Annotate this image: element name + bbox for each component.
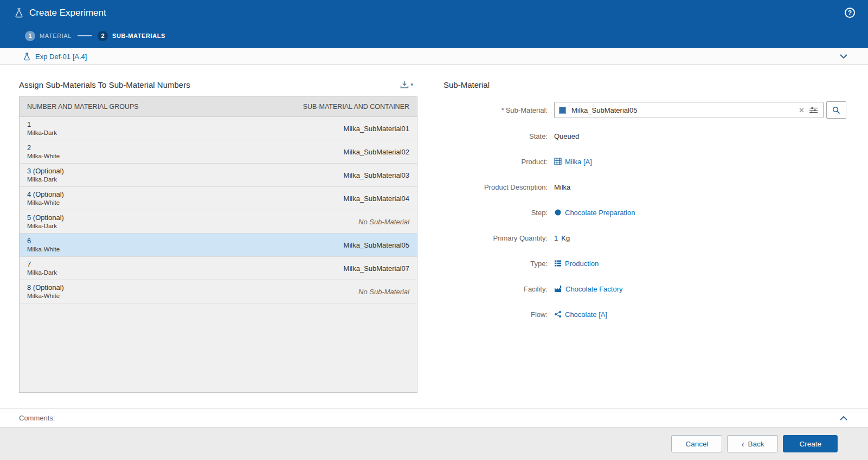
row-number: 8 (Optional): [27, 283, 64, 292]
step-number: 1: [25, 31, 35, 41]
row-number-group: 5 (Optional) Milka-Dark: [27, 213, 64, 230]
footer-toolbar: Cancel ‹ Back Create: [0, 427, 868, 460]
material-icon: [559, 107, 566, 114]
detail-panel-title: Sub-Material: [443, 80, 846, 89]
table-row[interactable]: 5 (Optional) Milka-Dark No Sub-Material: [20, 210, 417, 234]
field-type: Type: Production: [443, 255, 846, 271]
page-title: Create Experiment: [29, 8, 106, 18]
row-number: 3 (Optional): [27, 167, 64, 176]
field-step: Step: Chocolate Preparation: [443, 204, 846, 221]
assignment-panel-title: Assign Sub-Materials To Sub-Material Num…: [19, 80, 190, 89]
field-state: State: Queued: [443, 128, 846, 144]
export-button[interactable]: ▾: [400, 81, 417, 89]
search-icon: [832, 106, 840, 114]
wizard-steps: 1 MATERIAL 2 SUB-MATERIALS: [0, 25, 868, 46]
table-header: NUMBER AND MATERIAL GROUPS SUB-MATERIAL …: [20, 97, 417, 117]
field-primary-quantity: Primary Quantity: 1 Kg: [443, 230, 846, 246]
row-material-group: Milka-White: [27, 245, 60, 254]
row-sub-material: Milka_SubMaterial07: [344, 264, 409, 273]
row-number: 1: [27, 120, 57, 129]
field-flow: Flow: Chocolate [A]: [443, 306, 846, 322]
column-header-sub-material: SUB-MATERIAL AND CONTAINER: [303, 103, 409, 111]
flow-link-text: Chocolate [A]: [565, 310, 607, 319]
field-label: Flow:: [443, 310, 548, 319]
product-icon: [554, 158, 562, 165]
table-row[interactable]: 3 (Optional) Milka-Dark Milka_SubMateria…: [20, 164, 417, 187]
table-row[interactable]: 1 Milka-Dark Milka_SubMaterial01: [20, 117, 417, 140]
field-label: State:: [443, 132, 548, 140]
step-label: MATERIAL: [40, 33, 72, 39]
primary-quantity-value: 1 Kg: [554, 234, 570, 242]
download-icon: [400, 81, 409, 89]
row-number-group: 2 Milka-White: [27, 144, 60, 160]
comments-section: Comments:: [0, 409, 868, 427]
type-link[interactable]: Production: [554, 260, 599, 268]
row-number-group: 7 Milka-Dark: [27, 260, 57, 277]
sub-material-table: NUMBER AND MATERIAL GROUPS SUB-MATERIAL …: [19, 96, 417, 393]
table-row[interactable]: 7 Milka-Dark Milka_SubMaterial07: [20, 257, 417, 280]
sub-material-input[interactable]: [570, 106, 796, 115]
row-number: 7: [27, 260, 57, 269]
row-number-group: 1 Milka-Dark: [27, 120, 57, 137]
required-indicator: *: [501, 106, 504, 114]
field-label: Product Description:: [443, 183, 548, 191]
row-sub-material: Milka_SubMaterial02: [344, 148, 409, 156]
flask-icon: [23, 53, 30, 61]
row-sub-material: Milka_SubMaterial03: [344, 171, 409, 179]
row-number: 5 (Optional): [27, 213, 64, 222]
step-material[interactable]: 1 MATERIAL: [25, 31, 72, 41]
table-row[interactable]: 4 (Optional) Milka-White Milka_SubMateri…: [20, 187, 417, 210]
column-header-number: NUMBER AND MATERIAL GROUPS: [27, 103, 139, 111]
field-label: Facility:: [443, 285, 548, 293]
table-row-selected[interactable]: 6 Milka-White Milka_SubMaterial05: [20, 234, 417, 257]
back-button[interactable]: ‹ Back: [727, 435, 778, 452]
clear-icon[interactable]: ✕: [796, 106, 808, 114]
flow-link[interactable]: Chocolate [A]: [554, 310, 607, 319]
row-material-group: Milka-Dark: [27, 176, 64, 184]
step-connector: [78, 35, 92, 36]
type-link-text: Production: [565, 260, 599, 268]
row-material-group: Milka-White: [27, 199, 64, 207]
app-header: Create Experiment ? 1 MATERIAL 2 SUB-MAT…: [0, 0, 868, 48]
factory-icon: [554, 285, 562, 293]
value-help-icon[interactable]: [808, 107, 819, 114]
assignment-panel: Assign Sub-Materials To Sub-Material Num…: [19, 80, 417, 409]
create-button[interactable]: Create: [783, 435, 838, 452]
sub-material-input-box: ✕: [554, 102, 824, 118]
help-icon[interactable]: ?: [845, 8, 855, 18]
flow-icon: [554, 310, 562, 318]
chevron-up-icon[interactable]: [840, 416, 847, 420]
row-material-group: Milka-Dark: [27, 222, 64, 230]
step-label: SUB-MATERIALS: [112, 33, 165, 39]
step-link[interactable]: Chocolate Preparation: [554, 209, 635, 217]
cancel-button[interactable]: Cancel: [671, 435, 722, 452]
row-material-group: Milka-White: [27, 292, 64, 300]
row-material-group: Milka-Dark: [27, 269, 57, 277]
context-bar: Exp Def-01 [A.4]: [0, 48, 868, 65]
state-value: Queued: [554, 132, 579, 140]
step-icon: [554, 209, 562, 216]
product-description-value: Milka: [554, 183, 570, 191]
flask-icon: [15, 8, 23, 18]
product-link-text: Milka [A]: [565, 158, 592, 166]
row-number-group: 8 (Optional) Milka-White: [27, 283, 64, 300]
product-link[interactable]: Milka [A]: [554, 158, 592, 166]
dropdown-caret-icon: ▾: [410, 81, 413, 89]
facility-link[interactable]: Chocolate Factory: [554, 285, 623, 293]
table-row[interactable]: 2 Milka-White Milka_SubMaterial02: [20, 140, 417, 164]
row-number: 2: [27, 144, 60, 152]
field-product: Product: Milka [A]: [443, 153, 846, 170]
table-row[interactable]: 8 (Optional) Milka-White No Sub-Material: [20, 280, 417, 303]
type-icon: [554, 260, 562, 267]
field-label: Product:: [443, 158, 548, 166]
row-number-group: 4 (Optional) Milka-White: [27, 190, 64, 207]
row-number: 6: [27, 237, 60, 245]
search-button[interactable]: [826, 101, 846, 119]
row-number-group: 3 (Optional) Milka-Dark: [27, 167, 64, 184]
quantity-unit: Kg: [561, 234, 570, 242]
step-sub-materials[interactable]: 2 SUB-MATERIALS: [98, 31, 165, 41]
chevron-left-icon: ‹: [741, 440, 744, 448]
step-link-text: Chocolate Preparation: [565, 209, 635, 217]
back-button-label: Back: [748, 440, 764, 448]
chevron-down-icon[interactable]: [840, 54, 847, 59]
